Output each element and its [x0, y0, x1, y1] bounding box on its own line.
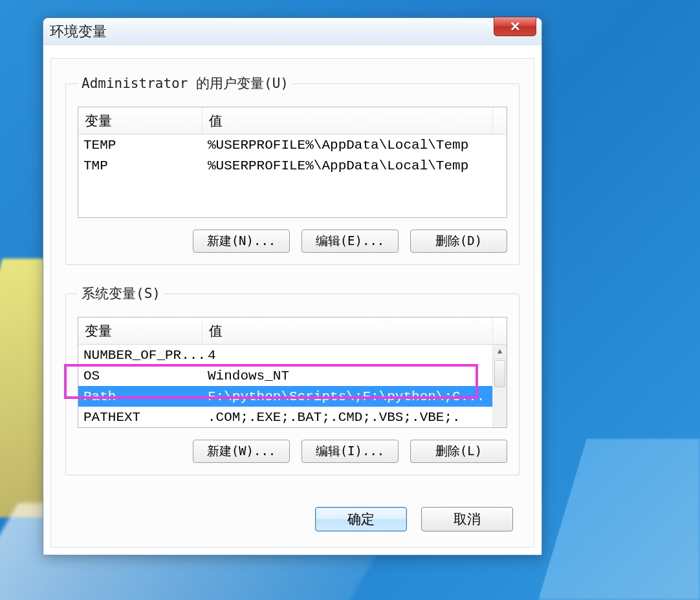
list-header: 变量 值 — [78, 107, 507, 134]
system-new-button[interactable]: 新建(W)... — [193, 440, 290, 463]
list-header: 变量 值 — [78, 317, 507, 345]
window-title: 环境变量 — [50, 22, 107, 41]
table-row[interactable]: TEMP %USERPROFILE%\AppData\Local\Temp — [78, 134, 507, 155]
cell-value: .COM;.EXE;.BAT;.CMD;.VBS;.VBE;. — [202, 410, 507, 425]
system-group-legend: 系统变量(S) — [78, 284, 164, 303]
cell-name: Path — [78, 389, 202, 404]
dialog-body: Administrator 的用户变量(U) 变量 值 TEMP %USERPR… — [50, 58, 534, 548]
user-delete-button[interactable]: 删除(D) — [410, 230, 507, 253]
user-new-button[interactable]: 新建(N)... — [193, 230, 290, 253]
env-vars-dialog: 环境变量 ✕ Administrator 的用户变量(U) 变量 值 TEMP … — [43, 17, 542, 555]
column-header-value[interactable]: 值 — [202, 107, 492, 134]
system-delete-button[interactable]: 删除(L) — [410, 440, 507, 463]
cancel-button[interactable]: 取消 — [421, 507, 513, 531]
ok-button[interactable]: 确定 — [315, 507, 407, 531]
cell-name: TMP — [78, 158, 202, 173]
system-edit-button[interactable]: 编辑(I)... — [301, 440, 399, 463]
scroll-thumb[interactable] — [494, 360, 505, 387]
column-header-name[interactable]: 变量 — [78, 317, 202, 344]
cell-name: PATHEXT — [78, 410, 202, 425]
user-variables-group: Administrator 的用户变量(U) 变量 值 TEMP %USERPR… — [65, 74, 520, 265]
close-button[interactable]: ✕ — [494, 17, 536, 36]
titlebar[interactable]: 环境变量 ✕ — [43, 18, 541, 45]
user-variables-list[interactable]: 变量 值 TEMP %USERPROFILE%\AppData\Local\Te… — [78, 107, 507, 218]
cell-name: OS — [78, 369, 202, 383]
user-edit-button[interactable]: 编辑(E)... — [301, 230, 399, 253]
column-header-value[interactable]: 值 — [202, 317, 492, 344]
table-row[interactable]: OS Windows_NT — [78, 365, 507, 386]
column-header-name[interactable]: 变量 — [78, 107, 202, 134]
table-row-selected[interactable]: Path F:\python\Scripts\;F:\python\;C... — [78, 386, 507, 407]
scroll-up-icon[interactable]: ▲ — [493, 345, 507, 359]
user-group-legend: Administrator 的用户变量(U) — [78, 74, 292, 92]
cell-value: F:\python\Scripts\;F:\python\;C... — [202, 389, 507, 404]
system-variables-group: 系统变量(S) 变量 值 NUMBER_OF_PR... 4 OS Window… — [65, 284, 520, 475]
cell-value: 4 — [202, 348, 507, 363]
scrollbar[interactable]: ▲ — [492, 345, 507, 427]
cell-value: Windows_NT — [202, 369, 507, 383]
table-row[interactable]: TMP %USERPROFILE%\AppData\Local\Temp — [78, 155, 507, 176]
cell-value: %USERPROFILE%\AppData\Local\Temp — [202, 158, 507, 173]
close-icon: ✕ — [510, 19, 521, 34]
table-row[interactable]: NUMBER_OF_PR... 4 — [78, 345, 507, 365]
cell-value: %USERPROFILE%\AppData\Local\Temp — [202, 138, 507, 153]
table-row[interactable]: PATHEXT .COM;.EXE;.BAT;.CMD;.VBS;.VBE;. — [78, 407, 507, 427]
cell-name: NUMBER_OF_PR... — [78, 348, 202, 363]
cell-name: TEMP — [78, 138, 202, 153]
system-variables-list[interactable]: 变量 值 NUMBER_OF_PR... 4 OS Windows_NT Pat… — [78, 317, 507, 428]
